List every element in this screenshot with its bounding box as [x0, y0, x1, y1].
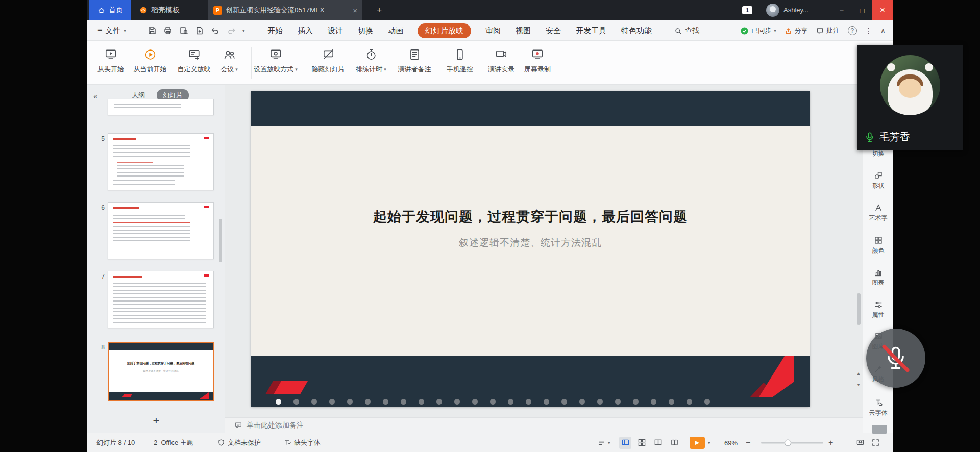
thumbnail-content	[113, 276, 142, 278]
slide-thumbnail-partial[interactable]	[108, 99, 214, 115]
dropdown-caret-icon: ▾	[384, 67, 386, 72]
user-name[interactable]: Ashley...	[783, 6, 826, 14]
menu-tab-review[interactable]: 审阅	[485, 23, 501, 38]
tool-rehearse-timing[interactable]: 排练计时▾	[356, 48, 386, 74]
menu-tab-slideshow[interactable]: 幻灯片放映	[418, 23, 471, 38]
play-slideshow-button[interactable]: ▶	[690, 437, 705, 449]
tool-presenter-notes[interactable]: 演讲者备注	[398, 48, 431, 74]
collapse-ribbon-icon[interactable]: ∧	[880, 27, 886, 35]
slide-thumbnail-8[interactable]: 起始于发现问题，过程贯穿于问题，最后回答问题 叙述逻辑不清楚、统计方法混乱	[108, 342, 214, 401]
notes-toggle-button[interactable]: ▾	[598, 439, 610, 446]
sidebar-item-shapes[interactable]: 形状	[863, 171, 893, 190]
more-options-icon[interactable]: ⋮	[865, 27, 872, 35]
view-normal-button[interactable]	[619, 437, 631, 449]
tool-setup-show[interactable]: 设置放映方式▾	[254, 48, 298, 74]
help-button[interactable]: ?	[848, 26, 857, 35]
slide-thumbnail-6[interactable]	[108, 202, 214, 259]
view-sorter-button[interactable]	[635, 437, 648, 449]
print-preview-icon[interactable]	[179, 26, 188, 35]
sidebar-item-properties[interactable]: 属性	[863, 300, 893, 319]
tool-hide-slide[interactable]: 隐藏幻灯片	[312, 48, 345, 74]
redo-icon[interactable]	[227, 26, 236, 35]
slide-thumbnail-7[interactable]	[108, 271, 214, 328]
video-call-overlay[interactable]: 毛芳香	[857, 45, 963, 150]
fit-window-button[interactable]	[854, 437, 866, 449]
prev-slide-button[interactable]: ▴	[854, 370, 863, 376]
menu-tab-security[interactable]: 安全	[545, 23, 561, 38]
scrollbar-thumb[interactable]	[857, 293, 861, 325]
slide-subtitle[interactable]: 叙述逻辑不清楚、统计方法混乱	[251, 236, 810, 249]
menu-tab-animation[interactable]: 动画	[387, 23, 404, 38]
slide-dot	[615, 399, 621, 405]
play-from-beginning-icon	[104, 48, 117, 61]
tool-custom-show[interactable]: 自定义放映	[178, 48, 211, 74]
search-icon	[674, 27, 682, 35]
save-icon[interactable]	[148, 26, 157, 35]
mute-button[interactable]	[866, 329, 925, 388]
undo-icon[interactable]	[211, 26, 220, 35]
sidebar-item-cloud-fonts[interactable]: 云字体	[863, 398, 893, 417]
zoom-out-button[interactable]: −	[746, 438, 750, 447]
zoom-in-button[interactable]: +	[828, 438, 833, 447]
protection-status[interactable]: 文档未保护	[217, 438, 261, 447]
user-avatar[interactable]	[766, 4, 779, 17]
menu-tab-view[interactable]: 视图	[515, 23, 531, 38]
file-menu-button[interactable]: ≡ 文件 ▾	[97, 20, 126, 41]
tool-meeting[interactable]: 会议▾	[220, 48, 238, 74]
slide-title[interactable]: 起始于发现问题，过程贯穿于问题，最后回答问题	[251, 208, 810, 226]
sync-status[interactable]: 已同步 ▾	[740, 26, 776, 35]
share-button[interactable]: 分享	[785, 26, 808, 35]
maximize-button[interactable]: □	[852, 0, 872, 20]
tool-screen-record[interactable]: 屏幕录制	[524, 48, 551, 74]
fullscreen-button[interactable]	[869, 437, 881, 449]
tab-document-label: 创新立项实用经验交流0517MFX	[226, 6, 325, 15]
tab-document[interactable]: P 创新立项实用经验交流0517MFX ×	[208, 0, 362, 20]
tab-close-icon[interactable]: ×	[353, 6, 357, 15]
zoom-slider-knob[interactable]	[785, 439, 791, 446]
tab-docer[interactable]: 稻壳模板	[134, 0, 206, 20]
tool-phone-remote[interactable]: 手机遥控	[447, 48, 473, 74]
play-options-caret-icon[interactable]: ▾	[708, 440, 710, 445]
presenter-notes-icon	[408, 48, 421, 61]
menu-tab-start[interactable]: 开始	[267, 23, 283, 38]
new-tab-button[interactable]: +	[373, 4, 385, 16]
menu-tab-devtools[interactable]: 开发工具	[575, 23, 607, 38]
tool-presentation-record[interactable]: 演讲实录	[488, 48, 514, 74]
add-slide-button[interactable]: +	[145, 414, 167, 428]
export-pdf-icon[interactable]	[195, 26, 204, 35]
zoom-slider[interactable]	[761, 442, 823, 443]
collapse-panel-icon[interactable]: «	[93, 92, 97, 101]
notes-placeholder[interactable]: 单击此处添加备注	[247, 421, 304, 430]
menu-tab-insert[interactable]: 插入	[297, 23, 313, 38]
find-button[interactable]: 查找	[674, 20, 699, 41]
view-reading-button[interactable]	[668, 437, 680, 449]
missing-fonts[interactable]: 缺失字体	[284, 438, 321, 447]
notification-badge[interactable]: 1	[742, 6, 752, 14]
minimize-button[interactable]: −	[831, 0, 852, 20]
panel-scrollbar[interactable]	[219, 219, 222, 262]
slide-dot	[508, 399, 513, 405]
qat-more-icon[interactable]: ▾	[242, 28, 245, 33]
close-button[interactable]: ×	[872, 0, 893, 20]
view-split-button[interactable]	[652, 437, 664, 449]
menu-tab-design[interactable]: 设计	[327, 23, 344, 38]
menu-tab-transition[interactable]: 切换	[357, 23, 374, 38]
menu-tab-features[interactable]: 特色功能	[621, 23, 652, 38]
tool-play-from-current[interactable]: 从当前开始	[134, 48, 167, 74]
avatar-decor	[887, 63, 895, 71]
tab-home[interactable]: 首页	[89, 0, 131, 20]
sidebar-item-colors[interactable]: 颜色	[863, 236, 893, 255]
sidebar-item-chart[interactable]: 图表	[863, 268, 893, 287]
slide-thumbnail-5[interactable]	[108, 133, 214, 190]
print-icon[interactable]	[163, 26, 173, 35]
screen-record-icon	[531, 48, 544, 61]
next-slide-button[interactable]: ▾	[854, 382, 863, 387]
notes-bar[interactable]: 单击此处添加备注	[225, 417, 863, 433]
theme-name[interactable]: 2_Office 主题	[154, 438, 193, 447]
slide-dot	[490, 399, 496, 405]
sidebar-item-wordart[interactable]: 艺术字	[863, 203, 893, 222]
scrollbar-corner[interactable]	[872, 425, 887, 434]
tool-play-from-beginning[interactable]: 从头开始	[97, 48, 124, 74]
comment-button[interactable]: 批注	[816, 26, 840, 35]
current-slide[interactable]: 起始于发现问题，过程贯穿于问题，最后回答问题 叙述逻辑不清楚、统计方法混乱	[251, 91, 810, 407]
